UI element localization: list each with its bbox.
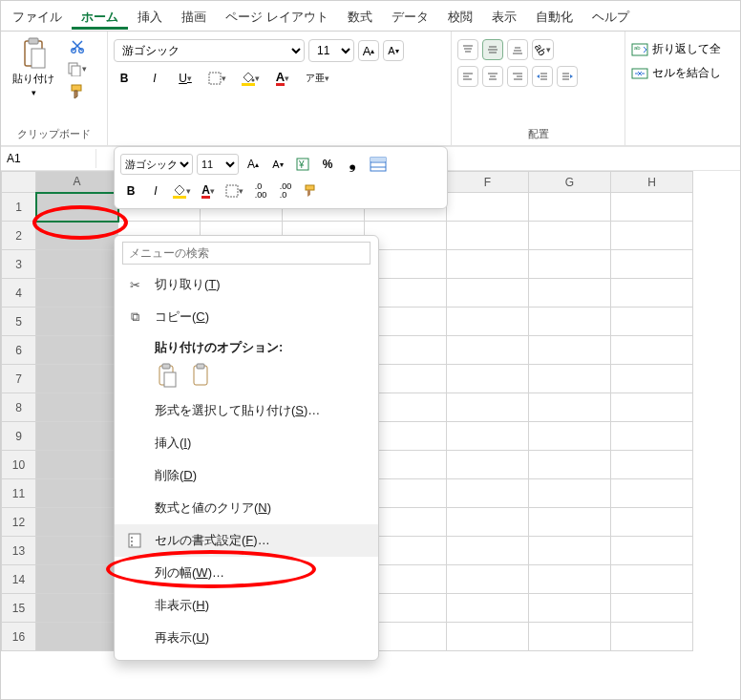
cell[interactable] <box>447 393 529 422</box>
cell[interactable] <box>447 193 529 222</box>
tab-formulas[interactable]: 数式 <box>338 3 382 30</box>
cell[interactable] <box>447 623 529 651</box>
bold-button[interactable]: B <box>114 68 135 89</box>
cell[interactable] <box>36 594 118 623</box>
cell[interactable] <box>447 422 529 451</box>
mini-bold-button[interactable]: B <box>120 180 141 202</box>
cell[interactable] <box>36 623 118 651</box>
cell[interactable] <box>611 193 693 222</box>
fill-color-button[interactable] <box>239 68 263 89</box>
cell[interactable] <box>36 565 118 594</box>
column-header-G[interactable]: G <box>529 172 611 193</box>
format-painter-button[interactable] <box>66 81 89 102</box>
ctx-format-cells[interactable]: セルの書式設定(F)… <box>115 524 378 557</box>
row-header[interactable]: 7 <box>2 365 36 393</box>
merge-cells-button[interactable]: セルを結合し <box>631 65 721 81</box>
cell[interactable] <box>611 279 693 308</box>
align-top-button[interactable] <box>457 39 478 60</box>
mini-size-select[interactable]: 11 <box>197 154 239 175</box>
cell[interactable] <box>611 451 693 479</box>
ctx-insert[interactable]: 挿入(I) <box>115 427 378 459</box>
tab-file[interactable]: ファイル <box>3 3 72 30</box>
mini-decrease-font[interactable]: A▾ <box>267 154 288 175</box>
cell[interactable] <box>611 479 693 508</box>
cell[interactable] <box>529 279 611 308</box>
paste-default-button[interactable] <box>155 362 180 389</box>
cell[interactable] <box>447 250 529 279</box>
cell[interactable] <box>529 479 611 508</box>
column-header-A[interactable]: A <box>36 172 118 193</box>
cell[interactable] <box>447 279 529 308</box>
cell[interactable] <box>529 365 611 393</box>
align-middle-button[interactable] <box>482 39 503 60</box>
tab-draw[interactable]: 描画 <box>172 3 216 30</box>
tab-home[interactable]: ホーム <box>72 3 128 30</box>
cell[interactable] <box>447 365 529 393</box>
cell[interactable] <box>611 222 693 250</box>
cut-button[interactable] <box>67 35 88 56</box>
cell[interactable] <box>36 508 118 537</box>
cell[interactable] <box>529 393 611 422</box>
cell[interactable] <box>529 623 611 651</box>
cell[interactable] <box>611 594 693 623</box>
cell[interactable] <box>529 508 611 537</box>
cell[interactable] <box>529 250 611 279</box>
cell[interactable] <box>36 250 118 279</box>
paste-button[interactable]: 貼り付け ▾ <box>7 35 60 99</box>
mini-percent-button[interactable]: % <box>317 154 338 175</box>
cell[interactable] <box>529 451 611 479</box>
align-left-button[interactable] <box>457 66 478 87</box>
font-name-select[interactable]: 游ゴシック <box>114 39 305 62</box>
row-header[interactable]: 16 <box>2 623 36 651</box>
ctx-delete[interactable]: 削除(D) <box>115 459 378 492</box>
cell[interactable] <box>36 336 118 365</box>
cell[interactable] <box>447 594 529 623</box>
mini-format-painter[interactable] <box>300 180 321 202</box>
ctx-hide[interactable]: 非表示(H) <box>115 589 378 622</box>
indent-button[interactable] <box>557 66 578 87</box>
cell[interactable] <box>529 565 611 594</box>
font-size-select[interactable]: 11 <box>308 39 354 62</box>
mini-comma-button[interactable]: ❟ <box>342 154 363 175</box>
cell[interactable] <box>36 193 118 222</box>
mini-border-button[interactable] <box>222 180 246 202</box>
row-header[interactable]: 15 <box>2 594 36 623</box>
ctx-column-width[interactable]: 列の幅(W)… <box>115 557 378 589</box>
tab-insert[interactable]: 挿入 <box>128 3 172 30</box>
row-header[interactable]: 13 <box>2 537 36 565</box>
decrease-font-button[interactable]: A▾ <box>383 40 404 61</box>
orientation-button[interactable]: ab <box>532 39 554 60</box>
cell[interactable] <box>529 222 611 250</box>
row-header[interactable]: 1 <box>2 193 36 222</box>
cell[interactable] <box>36 365 118 393</box>
wrap-text-button[interactable]: ab 折り返して全 <box>631 41 721 57</box>
align-right-button[interactable] <box>507 66 528 87</box>
tab-help[interactable]: ヘルプ <box>582 3 639 30</box>
mini-font-select[interactable]: 游ゴシック <box>120 154 193 175</box>
cell[interactable] <box>611 422 693 451</box>
tab-pagelayout[interactable]: ページ レイアウト <box>216 3 338 30</box>
tab-review[interactable]: 校閲 <box>438 3 482 30</box>
cell[interactable] <box>36 279 118 308</box>
row-header[interactable]: 12 <box>2 508 36 537</box>
cell[interactable] <box>611 565 693 594</box>
ctx-unhide[interactable]: 再表示(U) <box>115 622 378 654</box>
row-header[interactable]: 10 <box>2 451 36 479</box>
underline-button[interactable]: U <box>175 68 196 89</box>
ctx-paste-special[interactable]: 形式を選択して貼り付け(S)… <box>115 394 378 427</box>
cell[interactable] <box>529 193 611 222</box>
tab-automate[interactable]: 自動化 <box>526 3 582 30</box>
ruby-button[interactable]: ア亜 <box>303 68 332 89</box>
paste-values-button[interactable] <box>189 362 214 389</box>
row-header[interactable]: 8 <box>2 393 36 422</box>
cell[interactable] <box>611 308 693 336</box>
cell[interactable] <box>447 222 529 250</box>
cell[interactable] <box>529 537 611 565</box>
mini-accounting-button[interactable]: ¥ <box>292 154 313 175</box>
cell[interactable] <box>447 336 529 365</box>
cell[interactable] <box>611 365 693 393</box>
copy-button[interactable] <box>64 58 90 79</box>
border-button[interactable] <box>205 68 229 89</box>
select-all-corner[interactable] <box>2 172 36 193</box>
cell[interactable] <box>36 393 118 422</box>
